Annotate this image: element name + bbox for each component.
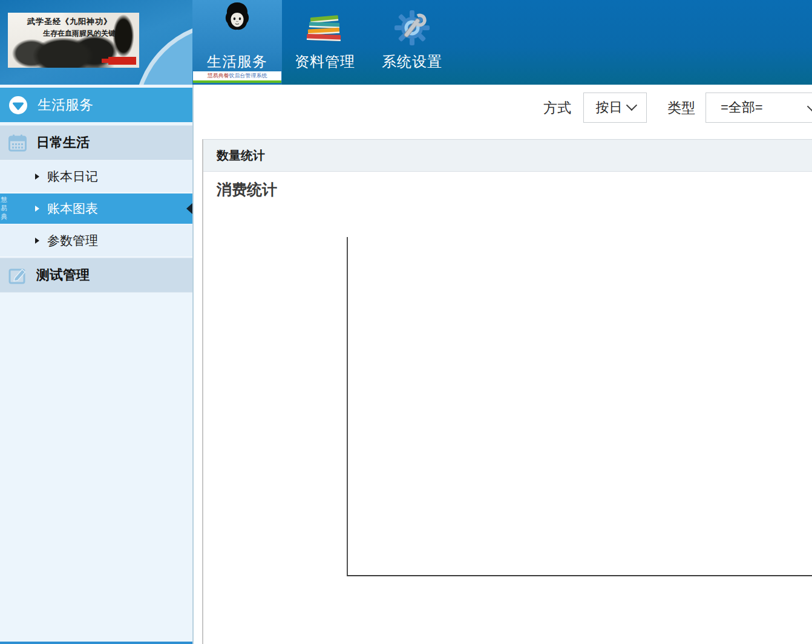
selected-notch-icon [186,203,192,214]
circle-down-icon [8,96,28,115]
bullet-right-icon [35,206,39,212]
vertical-brand-label: 慧易典 [1,196,8,221]
sidebar-item-ledger-charts[interactable]: 慧易典 账本图表 [0,194,192,224]
nav-tab-tagline: 慧易典餐饮后台管理系统 [193,71,281,80]
sidebar-item-label: 账本日记 [47,168,98,185]
method-select-value: 按日 [596,99,623,117]
nav-tab-system-settings[interactable]: 系统设置 [371,0,453,85]
tagline-red-part: 慧易典餐 [208,73,229,79]
type-select-value: =全部= [721,99,763,117]
gear-icon [394,10,430,48]
active-tab-underline [193,80,281,83]
bullet-right-icon [35,174,39,180]
nav-tab-label: 资料管理 [284,52,365,71]
main-panel: 数量统计 消费统计 [202,139,812,644]
panel-tab-quantity-stats[interactable]: 数量统计 [203,140,812,172]
top-header-bar: 武学圣经《九阳神功》 生存在血雨腥风的关键 生活服务 慧易典餐饮后台管理系统 [0,0,812,85]
sidebar-item-label: 账本图表 [47,200,98,217]
sidebar-item-parameter-management[interactable]: 参数管理 [0,225,192,257]
banner-subtitle: 生存在血雨腥风的关键 [43,28,116,39]
sidebar-header-life-services[interactable]: 生活服务 [0,88,192,122]
edit-icon [8,267,27,284]
sidebar-group-label: 测试管理 [36,266,90,284]
sidebar-group-label: 日常生活 [36,134,90,152]
books-icon [301,15,349,48]
banner-title: 武学圣经《九阳神功》 [27,16,112,27]
type-label: 类型 [667,99,695,117]
chevron-down-icon [626,99,637,110]
sidebar-header-label: 生活服务 [38,96,93,114]
nav-tab-life-services[interactable]: 生活服务 慧易典餐饮后台管理系统 [192,0,282,85]
tagline-blue-part: 饮后台管理系统 [229,73,267,79]
sidebar-group-test-management[interactable]: 测试管理 [0,258,192,293]
decorative-swoosh [138,25,192,85]
banner-image: 武学圣经《九阳神功》 生存在血雨腥风的关键 [8,13,139,68]
chart-plot-area [347,237,812,576]
method-label: 方式 [543,99,571,117]
type-select[interactable]: =全部= [706,93,812,123]
banner-stamp [108,57,136,65]
nav-tab-label: 生活服务 [192,52,282,71]
sidebar-footer-strip [0,642,192,644]
chevron-down-icon [807,101,812,112]
chart-title: 消费统计 [217,180,812,200]
panel-tab-label: 数量统计 [217,148,265,164]
method-select[interactable]: 按日 [583,93,647,123]
sidebar: 生活服务 日常生活 账本日记 慧易典 账本图表 [0,85,194,644]
nav-tab-data-management[interactable]: 资料管理 [284,0,365,85]
sidebar-group-daily-life[interactable]: 日常生活 [0,125,192,160]
filter-row: 方式 按日 类型 =全部= [543,92,812,123]
logo-zone: 武学圣经《九阳神功》 生存在血雨腥风的关键 [0,0,192,85]
sidebar-item-label: 参数管理 [47,232,98,249]
sidebar-item-ledger-diary[interactable]: 账本日记 [0,161,192,193]
nav-tab-label: 系统设置 [371,52,453,71]
monkey-icon [223,2,251,33]
bullet-right-icon [35,238,39,244]
calendar-icon [8,134,27,152]
